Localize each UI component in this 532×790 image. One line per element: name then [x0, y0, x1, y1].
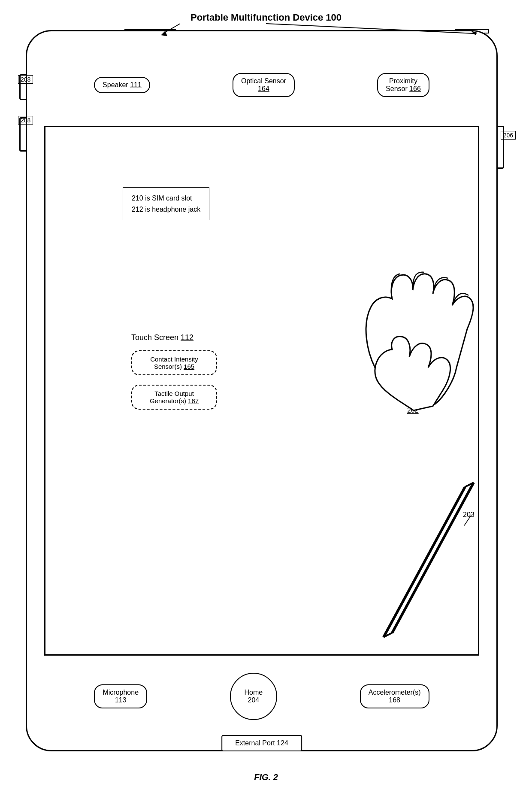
title-text: Portable Multifunction Device 100 — [190, 12, 342, 23]
side-btn-206-label: 206 — [501, 131, 516, 140]
side-btn-208-top-label: 208 — [18, 75, 33, 84]
svg-text:203: 203 — [463, 511, 475, 518]
device-frame: Speaker 111 Optical Sensor164 ProximityS… — [26, 30, 498, 751]
page-title: Portable Multifunction Device 100 — [190, 12, 342, 23]
stylus-illustration: 203 — [371, 474, 499, 646]
annotation-line2: 212 is headphone jack — [132, 204, 200, 215]
accelerometer-component: Accelerometer(s)168 — [360, 684, 429, 708]
microphone-component: Microphone113 — [94, 684, 147, 708]
side-btn-208-bottom-label: 208 — [18, 116, 33, 125]
home-button[interactable]: Home204 — [230, 673, 277, 720]
proximity-sensor-component: ProximitySensor 166 — [377, 73, 429, 97]
annotation-line1: 210 is SIM card slot — [132, 193, 200, 204]
device-top-area: Speaker 111 Optical Sensor164 ProximityS… — [27, 31, 496, 126]
hand-illustration: 202 — [341, 239, 491, 419]
touch-screen-label: Touch Screen 112 — [131, 333, 193, 342]
contact-intensity-sensor: Contact IntensitySensor(s) 165 — [131, 350, 217, 375]
figure-label: FIG. 2 — [254, 772, 278, 782]
tactile-output-generator: Tactile OutputGenerator(s) 167 — [131, 385, 217, 410]
touch-screen-area[interactable]: 210 is SIM card slot 212 is headphone ja… — [44, 126, 479, 656]
external-port[interactable]: External Port 124 — [221, 735, 302, 751]
svg-line-1 — [384, 487, 465, 637]
optical-sensor-component: Optical Sensor164 — [233, 73, 295, 97]
speaker-component: Speaker 111 — [94, 77, 150, 93]
page-container: Portable Multifunction Device 100 210 21… — [0, 0, 532, 790]
svg-line-2 — [392, 483, 474, 633]
annotation-box: 210 is SIM card slot 212 is headphone ja… — [123, 187, 209, 220]
